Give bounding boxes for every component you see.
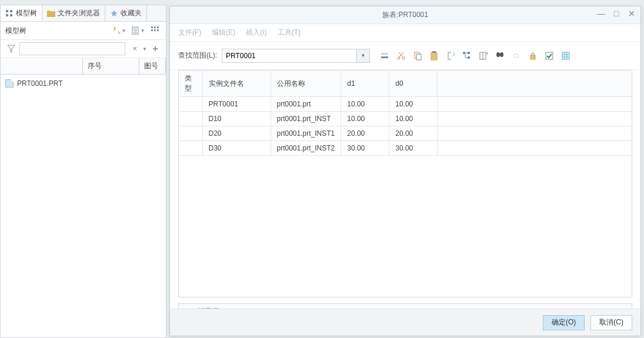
search-row: 查找范围(L): ▼ (170, 42, 640, 70)
svg-rect-3 (10, 14, 12, 16)
svg-rect-9 (154, 26, 156, 28)
find-icon[interactable] (493, 49, 506, 62)
tab-label: 收藏夹 (121, 8, 142, 18)
dialog-titlebar: 族表:PRT0001 — □ ✕ (170, 6, 640, 24)
svg-rect-14 (381, 53, 388, 55)
cell-extra (438, 126, 632, 141)
menu-tools[interactable]: 工具(T) (278, 28, 301, 38)
cancel-button[interactable]: 取消(C) (590, 315, 632, 330)
table-row[interactable]: D30prt0001.prt_INST230.0030.00 (179, 141, 632, 156)
cell-d0[interactable]: 10.00 (389, 112, 438, 126)
col-type[interactable]: 类型 (179, 71, 202, 97)
cell-d1[interactable]: 10.00 (341, 97, 389, 112)
tab-model-tree[interactable]: 模型树 (1, 5, 42, 21)
cell-type[interactable] (179, 97, 202, 112)
link-icon[interactable] (510, 49, 523, 62)
cell-type[interactable] (179, 126, 202, 141)
cut-icon[interactable] (395, 49, 408, 62)
clear-icon[interactable]: × (132, 44, 137, 53)
cell-pub[interactable]: prt0001.prt (271, 97, 341, 112)
table-row[interactable]: PRT0001prt0001.prt10.0010.00 (179, 97, 632, 112)
svg-rect-31 (546, 52, 553, 59)
col-pub[interactable]: 公用名称 (271, 71, 341, 97)
svg-rect-10 (151, 29, 153, 31)
copy-icon[interactable] (411, 49, 424, 62)
ok-button[interactable]: 确定(O) (543, 315, 585, 330)
settings-dropdown-icon[interactable]: ▼ (131, 24, 146, 37)
table-row[interactable]: D20prt0001.prt_INST120.0020.00 (179, 126, 632, 141)
cell-name[interactable]: D30 (202, 141, 271, 156)
table-icon[interactable] (559, 49, 572, 62)
cell-name[interactable]: PRT0001 (202, 97, 271, 112)
cell-d0[interactable]: 30.00 (389, 141, 438, 156)
svg-rect-29 (499, 54, 500, 55)
paste-icon[interactable] (428, 49, 441, 62)
col-d1[interactable]: d1 (341, 71, 389, 97)
cell-d1[interactable]: 20.00 (341, 126, 389, 141)
table-row[interactable]: D10prt0001.prt_INST10.0010.00 (179, 112, 632, 126)
lock-icon[interactable] (526, 49, 539, 62)
cell-extra (438, 112, 632, 126)
svg-rect-19 (416, 54, 421, 60)
minimize-icon[interactable]: — (596, 9, 606, 18)
cell-pub[interactable]: prt0001.prt_INST1 (271, 126, 341, 141)
search-dropdown-icon[interactable]: ▼ (357, 49, 370, 63)
tab-folder-browser[interactable]: 文件夹浏览器 (42, 5, 105, 21)
insert-row-icon[interactable] (378, 49, 391, 62)
cell-pub[interactable]: prt0001.prt_INST2 (271, 141, 341, 156)
svg-rect-12 (157, 26, 159, 28)
add-column-icon[interactable] (477, 49, 490, 62)
menu-file[interactable]: 文件(F) (178, 28, 201, 38)
verify-icon[interactable] (543, 49, 556, 62)
left-panel: 模型树 文件夹浏览器 收藏夹 模型树 ▼ ▼ (0, 5, 166, 338)
col-extra (438, 71, 632, 97)
filter-input[interactable] (19, 42, 125, 55)
col-d0[interactable]: d0 (389, 71, 438, 97)
cell-d0[interactable]: 10.00 (389, 97, 438, 112)
tree-header: 序号 图号 (1, 58, 166, 75)
maximize-icon[interactable]: □ (611, 9, 622, 18)
svg-rect-22 (463, 52, 465, 54)
cell-extra (438, 141, 632, 156)
cell-name[interactable]: D20 (202, 126, 271, 141)
star-icon (110, 9, 118, 18)
cell-pub[interactable]: prt0001.prt_INST (271, 112, 341, 126)
tree-item[interactable]: PRT0001.PRT (5, 78, 161, 89)
patternize-icon[interactable] (444, 49, 457, 62)
cell-d1[interactable]: 30.00 (341, 141, 389, 156)
cell-name[interactable]: D10 (202, 112, 271, 126)
tree-icon (5, 9, 14, 18)
menubar: 文件(F) 编辑(E) 插入(I) 工具(T) (170, 24, 640, 42)
part-icon (5, 79, 14, 88)
cell-d1[interactable]: 10.00 (341, 112, 389, 126)
cell-type[interactable] (179, 112, 202, 126)
close-icon[interactable]: ✕ (626, 9, 637, 18)
tree-body: PRT0001.PRT (1, 75, 166, 92)
svg-rect-0 (6, 10, 8, 12)
svg-rect-23 (468, 52, 470, 54)
search-label: 查找范围(L): (178, 51, 217, 61)
menu-insert[interactable]: 插入(I) (246, 28, 266, 38)
tab-favorites[interactable]: 收藏夹 (105, 5, 147, 21)
add-icon[interactable]: + (149, 42, 161, 55)
col-name[interactable]: 实例文件名 (202, 71, 271, 97)
cell-d0[interactable]: 20.00 (389, 126, 438, 141)
tree-header-blank (1, 58, 83, 74)
dialog-footer: 确定(O) 取消(C) (170, 309, 640, 336)
display-options-icon[interactable] (149, 24, 161, 37)
filter-dropdown-icon[interactable]: ▼ (142, 46, 147, 52)
menu-edit[interactable]: 编辑(E) (212, 28, 235, 38)
tools-dropdown-icon[interactable]: ▼ (112, 24, 127, 37)
cell-extra (438, 97, 632, 112)
svg-rect-8 (151, 26, 153, 28)
tree-view-icon[interactable] (461, 49, 473, 62)
cell-type[interactable] (179, 141, 202, 156)
tree-header-fig: 图号 (139, 58, 166, 74)
left-tabs: 模型树 文件夹浏览器 收藏夹 (1, 5, 166, 22)
toolbar-label: 模型树 (5, 26, 26, 36)
search-input[interactable] (222, 49, 357, 63)
dialog-title: 族表:PRT0001 (382, 10, 428, 20)
family-table-dialog: 族表:PRT0001 — □ ✕ 文件(F) 编辑(E) 插入(I) 工具(T)… (169, 6, 641, 336)
filter-icon[interactable] (5, 42, 17, 55)
folder-icon (47, 9, 55, 18)
